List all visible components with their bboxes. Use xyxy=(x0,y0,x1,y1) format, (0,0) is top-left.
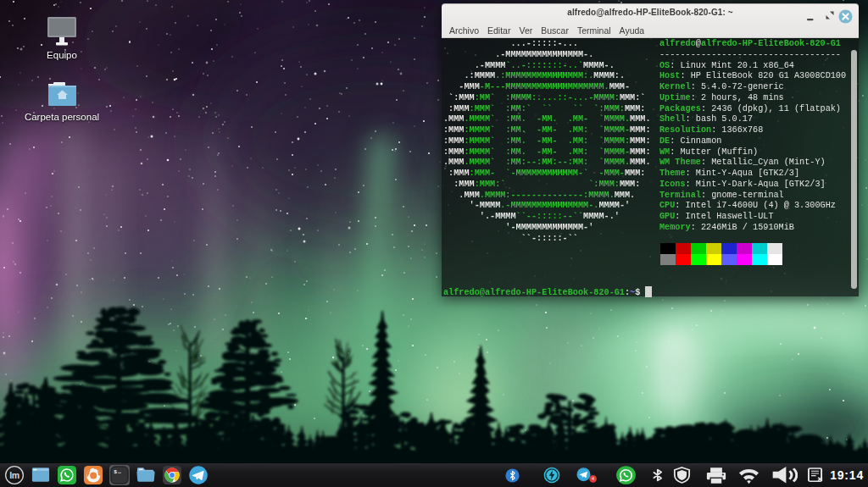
svg-text:$: $ xyxy=(114,469,117,475)
svg-text:4: 4 xyxy=(592,476,594,481)
svg-text:lm: lm xyxy=(9,470,19,480)
